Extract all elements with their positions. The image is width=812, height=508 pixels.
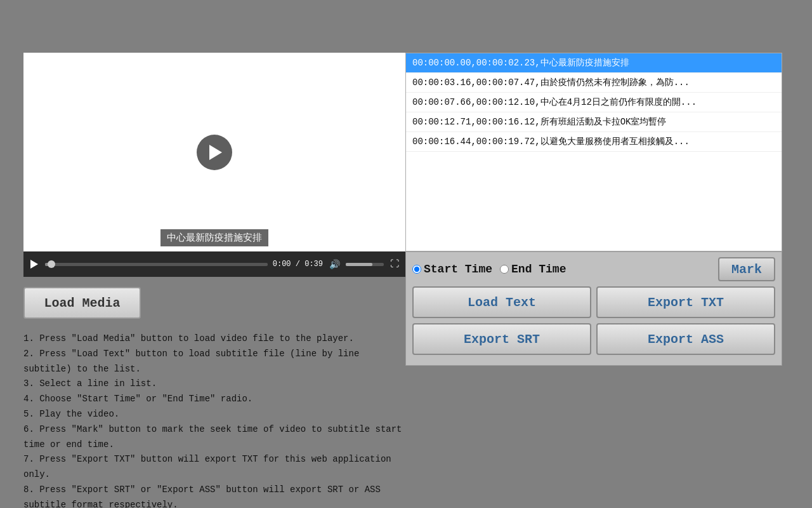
volume-fill xyxy=(346,263,372,266)
subtitle-row[interactable]: 00:00:07.66,00:00:12.10,中心在4月12日之前仍作有限度的… xyxy=(406,93,782,112)
right-panel: 00:00:00.00,00:00:02.23,中心最新防疫措施安排00:00:… xyxy=(405,53,782,508)
mute-button[interactable]: 🔊 xyxy=(328,259,341,269)
volume-bar[interactable] xyxy=(346,263,384,266)
subtitle-overlay: 中心最新防疫措施安排 xyxy=(160,229,268,246)
end-time-radio[interactable] xyxy=(500,265,509,274)
fullscreen-icon: ⛶ xyxy=(390,259,399,269)
instruction-8: 8. Press "Export SRT" or "Export ASS" bu… xyxy=(23,483,405,508)
time-separator: / xyxy=(296,260,304,269)
export-ass-button[interactable]: Export ASS xyxy=(596,323,775,355)
time-display: 0:00 / 0:39 xyxy=(273,260,323,269)
bottom-controls: Start Time End Time Mark Load Text Expor… xyxy=(405,251,782,366)
export-txt-button[interactable]: Export TXT xyxy=(596,286,775,318)
instruction-3: 3. Select a line in list. xyxy=(23,377,405,392)
fullscreen-button[interactable]: ⛶ xyxy=(389,258,400,270)
load-media-button[interactable]: Load Media xyxy=(23,287,141,319)
subtitle-list[interactable]: 00:00:00.00,00:00:02.23,中心最新防疫措施安排00:00:… xyxy=(405,53,782,251)
instruction-7: 7. Press "Export TXT" button will export… xyxy=(23,452,405,483)
mute-icon: 🔊 xyxy=(329,259,340,270)
start-time-radio[interactable] xyxy=(412,265,421,274)
bottom-btn-row: Export SRT Export ASS xyxy=(412,323,775,355)
end-time-label: End Time xyxy=(511,263,566,276)
instruction-4: 4. Choose "Start Time" or "End Time" rad… xyxy=(23,392,405,407)
mark-button[interactable]: Mark xyxy=(718,257,775,281)
video-area: 中心最新防疫措施安排 xyxy=(23,53,405,251)
top-btn-row: Load Text Export TXT xyxy=(412,286,775,318)
end-time-radio-label[interactable]: End Time xyxy=(500,263,566,276)
play-pause-button[interactable] xyxy=(29,258,40,270)
subtitle-row[interactable]: 00:00:12.71,00:00:16.12,所有班組活動及卡拉OK室均暫停 xyxy=(406,112,782,132)
progress-thumb[interactable] xyxy=(48,260,55,268)
instructions: 1. Press "Load Media" button to load vid… xyxy=(23,331,405,508)
total-time: 0:39 xyxy=(304,260,323,269)
load-text-button[interactable]: Load Text xyxy=(412,286,591,318)
video-controls: 0:00 / 0:39 🔊 ⛶ xyxy=(23,251,405,277)
main-container: 中心最新防疫措施安排 0:00 / 0:39 🔊 ⛶ xyxy=(23,53,782,508)
instruction-1: 1. Press "Load Media" button to load vid… xyxy=(23,331,405,347)
subtitle-row[interactable]: 00:00:03.16,00:00:07.47,由於疫情仍然未有控制跡象，為防.… xyxy=(406,73,782,93)
radio-row: Start Time End Time Mark xyxy=(412,257,775,281)
start-time-radio-label[interactable]: Start Time xyxy=(412,263,492,276)
export-srt-button[interactable]: Export SRT xyxy=(412,323,591,355)
video-panel: 中心最新防疫措施安排 0:00 / 0:39 🔊 ⛶ xyxy=(23,53,405,508)
instruction-6: 6. Press "Mark" button to mark the seek … xyxy=(23,422,405,453)
subtitle-row[interactable]: 00:00:00.00,00:00:02.23,中心最新防疫措施安排 xyxy=(406,53,782,73)
instruction-5: 5. Play the video. xyxy=(23,407,405,422)
big-play-button[interactable] xyxy=(197,135,232,170)
start-time-label: Start Time xyxy=(424,263,492,276)
progress-bar[interactable] xyxy=(45,263,268,266)
instruction-2: 2. Press "Load Text" button to load subt… xyxy=(23,347,405,377)
subtitle-row[interactable]: 00:00:16.44,00:00:19.72,以避免大量服務使用者互相接觸及.… xyxy=(406,132,782,152)
current-time: 0:00 xyxy=(273,260,291,269)
